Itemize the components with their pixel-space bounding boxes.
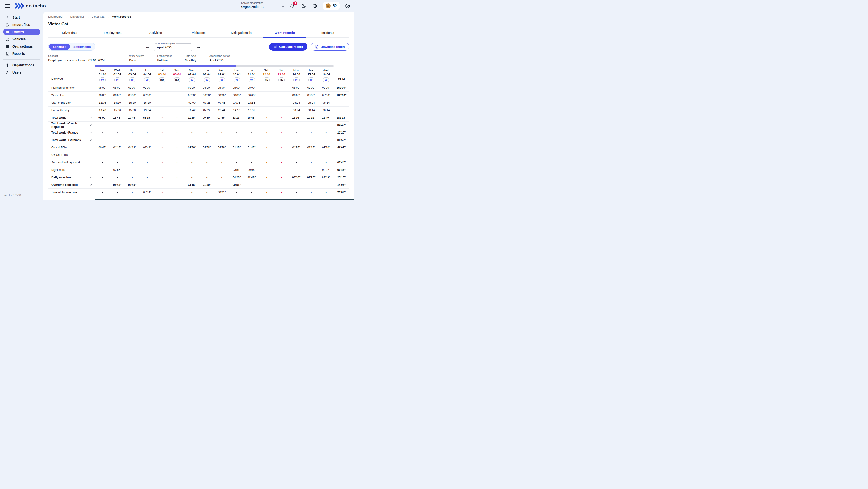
- day-type-badge[interactable]: eD: [159, 77, 165, 82]
- cell: 10'45'': [125, 114, 140, 121]
- tab-incidents[interactable]: Incidents: [306, 29, 349, 37]
- day-type-badge[interactable]: sD: [174, 77, 180, 82]
- cell: -: [214, 121, 229, 129]
- row-label[interactable]: Total work - Czech Republic: [48, 121, 95, 129]
- chevron-down-icon[interactable]: [89, 131, 92, 134]
- day-date: 14.04: [289, 73, 304, 76]
- chevron-down-icon[interactable]: [89, 183, 92, 186]
- day-type-badge[interactable]: W: [323, 77, 329, 82]
- tab-employment[interactable]: Employment: [91, 29, 134, 37]
- served-organization-select[interactable]: Served organization Organization B: [241, 2, 284, 10]
- day-type-badge[interactable]: W: [219, 77, 225, 82]
- next-month-button[interactable]: →: [196, 45, 201, 49]
- settlements-toggle[interactable]: Settlements: [70, 44, 94, 50]
- cell: -: [169, 181, 184, 189]
- info-contract: ContractEmployment contract since 01.01.…: [48, 55, 116, 62]
- tab-delegations-list[interactable]: Delegations list: [220, 29, 263, 37]
- scrollbar-thumb[interactable]: [95, 65, 236, 67]
- cell: 08'00'': [214, 91, 229, 99]
- day-date: 15.04: [304, 73, 319, 76]
- cell: 14:36: [229, 99, 244, 106]
- cell: 00'46'': [95, 144, 110, 151]
- cell: -: [155, 106, 169, 114]
- row-label[interactable]: Overtime collected: [48, 181, 95, 189]
- day-type-label: Day type: [48, 67, 95, 84]
- cell: 08:24: [289, 106, 304, 114]
- breadcrumb-link[interactable]: Dashboard: [48, 15, 63, 18]
- topbar: go tacho Served organization Organizatio…: [0, 0, 354, 12]
- table-row-work-plan: Work plan08'00''08'00''08'00''08'00''--0…: [48, 91, 349, 99]
- sidebar-item-org-settings[interactable]: Org. settings: [3, 43, 40, 50]
- cell: 01'47'': [244, 144, 259, 151]
- cell: 02'56'': [110, 166, 125, 174]
- theme-toggle-button[interactable]: [301, 3, 307, 9]
- download-report-button[interactable]: Download report: [311, 43, 349, 51]
- day-type-badge[interactable]: W: [308, 77, 314, 82]
- tab-driver-data[interactable]: Driver data: [48, 29, 91, 37]
- day-type-badge[interactable]: W: [249, 77, 255, 82]
- breadcrumb-link[interactable]: Drivers list: [70, 15, 84, 18]
- day-date: 07.04: [184, 73, 199, 76]
- chevron-down-icon[interactable]: [89, 176, 92, 179]
- day-type-badge[interactable]: eD: [264, 77, 270, 82]
- sidebar-item-drivers[interactable]: Drivers: [3, 29, 40, 35]
- month-year-field[interactable]: Month and year April 2025: [154, 42, 192, 51]
- account-button[interactable]: [344, 3, 351, 9]
- cell: -: [259, 189, 274, 196]
- day-type-badge[interactable]: W: [144, 77, 150, 82]
- cell: -: [304, 166, 319, 174]
- sidebar-item-reports[interactable]: Reports: [3, 50, 40, 57]
- previous-month-button[interactable]: ←: [146, 45, 150, 49]
- language-button[interactable]: [312, 3, 318, 9]
- notifications-button[interactable]: 5: [289, 3, 296, 9]
- table-horizontal-scrollbar: [95, 65, 334, 67]
- cell: -: [289, 189, 304, 196]
- cell: 03'26'': [184, 144, 199, 151]
- day-type-badge[interactable]: W: [114, 77, 121, 82]
- day-type-badge[interactable]: W: [293, 77, 300, 82]
- sidebar-item-start[interactable]: Start: [3, 14, 40, 21]
- cell: -: [169, 151, 184, 159]
- cell: -: [184, 174, 199, 181]
- row-label[interactable]: Daily overtime: [48, 174, 95, 181]
- hamburger-button[interactable]: [5, 3, 10, 8]
- day-type-badge[interactable]: W: [99, 77, 105, 82]
- arrow-right-icon: →: [196, 45, 201, 49]
- day-of-week: Wed.: [319, 69, 334, 72]
- row-label[interactable]: Total work - Germany: [48, 136, 95, 144]
- row-label[interactable]: Total work - France: [48, 129, 95, 136]
- chevron-down-icon[interactable]: [89, 139, 92, 142]
- row-label: Night work: [48, 166, 95, 174]
- day-type-badge[interactable]: W: [204, 77, 210, 82]
- cell: -: [184, 189, 199, 196]
- cell: -: [169, 144, 184, 151]
- schedule-toggle[interactable]: Schedule: [49, 44, 70, 50]
- day-type-badge[interactable]: sD: [278, 77, 285, 82]
- tab-activities[interactable]: Activities: [134, 29, 177, 37]
- day-header: Thu.03.04W: [125, 67, 140, 84]
- cell: -: [229, 136, 244, 144]
- cell: -: [319, 151, 334, 159]
- day-type-badge[interactable]: W: [234, 77, 240, 82]
- sidebar-item-organizations[interactable]: Organizations: [3, 62, 40, 68]
- tab-violations[interactable]: Violations: [177, 29, 220, 37]
- info-label: Work system: [129, 55, 144, 57]
- sidebar-item-vehicles[interactable]: Vehicles: [3, 36, 40, 42]
- tab-work-records[interactable]: Work records: [263, 29, 306, 37]
- chevron-down-icon[interactable]: [89, 116, 92, 119]
- day-type-badge[interactable]: W: [129, 77, 135, 82]
- bottom-scrollbar[interactable]: [95, 199, 354, 200]
- credits-pill[interactable]: 52: [323, 2, 340, 10]
- row-label[interactable]: Total work: [48, 114, 95, 121]
- day-header: Mon.07.04W: [184, 67, 199, 84]
- cell: 08'00'': [95, 84, 110, 91]
- sidebar-item-users[interactable]: Users: [3, 69, 40, 76]
- chevron-down-icon[interactable]: [89, 123, 92, 127]
- day-type-badge[interactable]: W: [189, 77, 195, 82]
- calculate-record-button[interactable]: Calculate record: [269, 43, 307, 51]
- sidebar-item-label: Vehicles: [12, 37, 26, 41]
- sidebar-item-import-files[interactable]: Import files: [3, 21, 40, 28]
- cell: -: [214, 129, 229, 136]
- cell: 08'00'': [289, 91, 304, 99]
- breadcrumb-link[interactable]: Victor Cat: [92, 15, 104, 18]
